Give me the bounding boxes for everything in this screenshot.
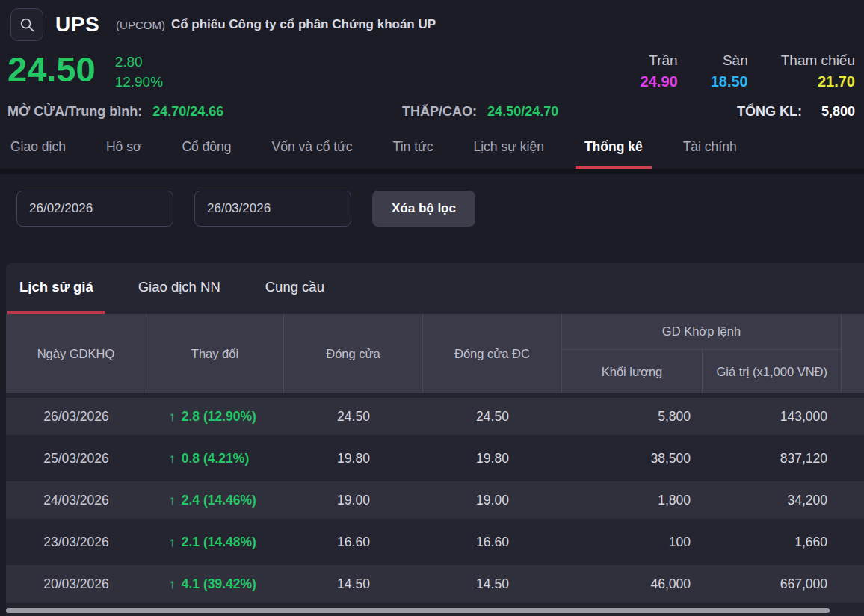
group-header-label: GD Khớp lệnh xyxy=(562,314,841,350)
column-header-volume: Khối lượng xyxy=(562,350,703,393)
cell-adjusted-close: 14.50 xyxy=(423,565,562,603)
cell-adjusted-close: 24.50 xyxy=(423,398,562,435)
search-button[interactable] xyxy=(10,8,43,41)
scrollbar-thumb[interactable] xyxy=(6,608,830,613)
horizontal-scrollbar[interactable] xyxy=(6,608,864,613)
cell-value: 34,200 xyxy=(703,481,841,519)
low-high-label: THẤP/CAO: xyxy=(402,104,477,120)
reference-label: Tham chiếu xyxy=(781,52,855,69)
arrow-up-icon: ↑ xyxy=(169,493,176,508)
open-average-label: MỞ CỬA/Trung bình: xyxy=(7,104,142,120)
low-high-value: 24.50/24.70 xyxy=(487,104,558,120)
tab-co-dong[interactable]: Cổ đông xyxy=(173,127,240,169)
cell-value: 1,660 xyxy=(703,523,841,561)
table-header: Ngày GDKHQ Thay đổi Đóng cửa Đóng cửa ĐC… xyxy=(6,314,864,393)
cell-change: ↑2.4 (14.46%) xyxy=(146,481,284,519)
cell-volume: 46,000 xyxy=(562,565,703,603)
tab-giao-dich[interactable]: Giao dịch xyxy=(1,127,75,169)
table-row: 23/03/2026 ↑2.1 (14.48%) 16.60 16.60 100… xyxy=(6,523,864,561)
cell-value: 667,000 xyxy=(703,565,841,603)
price-history-table: Ngày GDKHQ Thay đổi Đóng cửa Đóng cửa ĐC… xyxy=(6,314,864,603)
exchange-label: (UPCOM) xyxy=(116,19,165,31)
arrow-up-icon: ↑ xyxy=(169,535,176,550)
arrow-up-icon: ↑ xyxy=(169,409,176,425)
tab-separator xyxy=(0,169,864,174)
cell-value: 143,000 xyxy=(703,398,841,435)
table-body: 26/03/2026 ↑2.8 (12.90%) 24.50 24.50 5,8… xyxy=(6,398,864,603)
cell-date: 24/03/2026 xyxy=(6,481,146,519)
cell-value: 837,120 xyxy=(703,440,841,477)
ceiling-price: 24.90 xyxy=(641,73,678,90)
floor-price: 18.50 xyxy=(711,73,748,90)
open-average-value: 24.70/24.66 xyxy=(152,104,223,120)
cell-volume: 5,800 xyxy=(562,398,703,435)
cell-close: 14.50 xyxy=(284,565,423,603)
table-row: 25/03/2026 ↑0.8 (4.21%) 19.80 19.80 38,5… xyxy=(6,440,864,477)
cell-change: ↑2.1 (14.48%) xyxy=(146,523,284,561)
table-row: 26/03/2026 ↑2.8 (12.90%) 24.50 24.50 5,8… xyxy=(6,398,864,435)
main-tab-bar: Giao dịch Hồ sơ Cổ đông Vốn và cổ tức Ti… xyxy=(0,127,864,169)
cell-adjusted-close: 19.00 xyxy=(423,481,562,519)
tab-ho-so[interactable]: Hồ sơ xyxy=(97,127,150,169)
search-icon xyxy=(19,16,35,33)
cell-change: ↑2.8 (12.90%) xyxy=(146,398,284,435)
tab-von-va-co-tuc[interactable]: Vốn và cổ tức xyxy=(263,127,362,169)
cell-date: 23/03/2026 xyxy=(6,523,146,561)
table-row: 20/03/2026 ↑4.1 (39.42%) 14.50 14.50 46,… xyxy=(6,565,864,603)
current-price: 24.50 xyxy=(7,51,96,87)
reference-price: 21.70 xyxy=(781,73,855,90)
tab-tin-tuc[interactable]: Tin tức xyxy=(384,127,442,169)
cell-offscreen xyxy=(841,481,864,519)
tab-tai-chinh[interactable]: Tài chính xyxy=(674,127,746,169)
price-change: 2.80 xyxy=(115,52,163,73)
tab-lich-su-kien[interactable]: Lịch sự kiện xyxy=(464,127,552,169)
total-volume-value: 5,800 xyxy=(821,104,855,120)
cell-volume: 100 xyxy=(562,523,703,561)
arrow-up-icon: ↑ xyxy=(169,576,176,592)
cell-date: 25/03/2026 xyxy=(6,440,146,477)
floor-label: Sàn xyxy=(711,52,748,69)
cell-change: ↑4.1 (39.42%) xyxy=(146,565,284,603)
cell-close: 24.50 xyxy=(284,398,423,435)
column-header-close: Đóng cửa xyxy=(284,314,423,393)
column-header-value: Giá trị (x1,000 VNĐ) xyxy=(703,350,841,393)
cell-offscreen xyxy=(841,398,864,435)
column-header-date: Ngày GDKHQ xyxy=(6,314,146,393)
column-header-adjusted-close: Đóng cửa ĐC xyxy=(423,314,562,393)
table-row: 24/03/2026 ↑2.4 (14.46%) 19.00 19.00 1,8… xyxy=(6,481,864,519)
column-header-change: Thay đổi xyxy=(146,314,284,393)
cell-close: 19.00 xyxy=(284,481,423,519)
ceiling-label: Trần xyxy=(641,52,678,69)
cell-offscreen xyxy=(841,523,864,561)
arrow-up-icon: ↑ xyxy=(169,451,176,466)
stock-symbol: UPS xyxy=(55,13,99,37)
column-header-offscreen xyxy=(841,314,864,393)
total-volume-label: TỔNG KL: xyxy=(737,104,802,120)
cell-volume: 38,500 xyxy=(562,440,703,477)
cell-change: ↑0.8 (4.21%) xyxy=(146,440,284,477)
cell-adjusted-close: 16.60 xyxy=(423,523,562,561)
subtab-giao-dich-nn[interactable]: Giao dịch NN xyxy=(126,263,232,314)
cell-offscreen xyxy=(841,565,864,603)
subtab-cung-cau[interactable]: Cung cầu xyxy=(253,263,336,314)
company-name: Cổ phiếu Công ty cổ phần Chứng khoán UP xyxy=(171,17,436,32)
quote-section: 24.50 2.80 12.90% Trần 24.90 Sàn 18.50 T… xyxy=(0,51,864,120)
sub-tab-bar: Lịch sử giá Giao dịch NN Cung cầu xyxy=(6,263,864,314)
subtab-lich-su-gia[interactable]: Lịch sử giá xyxy=(7,263,105,314)
column-group-matched-orders: GD Khớp lệnh Khối lượng Giá trị (x1,000 … xyxy=(562,314,841,393)
filter-bar: Xóa bộ lọc xyxy=(16,191,864,227)
statistics-panel: Lịch sử giá Giao dịch NN Cung cầu Ngày G… xyxy=(6,263,864,616)
cell-date: 20/03/2026 xyxy=(6,565,146,603)
cell-close: 19.80 xyxy=(284,440,423,477)
cell-close: 16.60 xyxy=(284,523,423,561)
cell-volume: 1,800 xyxy=(562,481,703,519)
cell-date: 26/03/2026 xyxy=(6,398,146,435)
to-date-input[interactable] xyxy=(194,191,351,227)
from-date-input[interactable] xyxy=(16,191,173,227)
cell-adjusted-close: 19.80 xyxy=(423,440,562,477)
clear-filter-button[interactable]: Xóa bộ lọc xyxy=(372,191,475,227)
cell-offscreen xyxy=(841,440,864,477)
price-change-percent: 12.90% xyxy=(115,73,163,93)
stock-header: UPS (UPCOM) Cổ phiếu Công ty cổ phần Chứ… xyxy=(0,0,864,42)
tab-thong-ke[interactable]: Thống kê xyxy=(576,127,652,169)
